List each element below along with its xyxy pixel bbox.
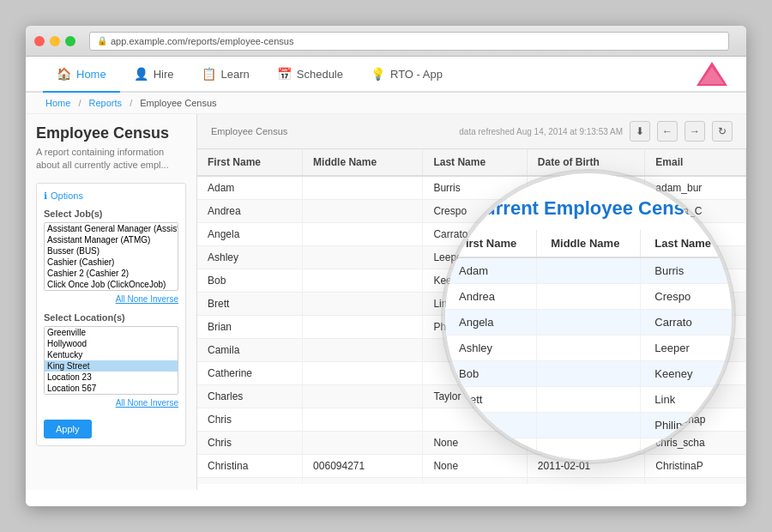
forward-button[interactable]: → — [685, 121, 705, 142]
col-first-name: First Name — [197, 149, 303, 176]
cell-dob: 2014-05-15 — [527, 316, 644, 339]
breadcrumb-home[interactable]: Home — [45, 98, 70, 108]
cell-dob: 2013-04-03 — [527, 478, 644, 485]
cell-dob: 1993-02-03 — [527, 385, 644, 408]
report-title-area: Employee Census — [211, 126, 287, 136]
cell-first: Catherine — [197, 362, 303, 385]
cell-middle — [303, 293, 423, 316]
apply-button[interactable]: Apply — [44, 420, 92, 438]
schedule-icon: 📅 — [277, 67, 292, 81]
breadcrumb-sep1: / — [78, 98, 83, 108]
cell-first: Clay — [197, 478, 303, 485]
cell-email: BobKeene — [645, 269, 746, 293]
close-btn[interactable] — [34, 36, 45, 46]
lock-icon: 🔒 — [97, 36, 107, 45]
cell-dob — [527, 269, 644, 293]
locations-select[interactable]: Greenville Hollywood Kentucky King Stree… — [44, 326, 178, 395]
cell-middle — [303, 432, 423, 455]
page-title: Employee Census — [36, 124, 186, 142]
cell-middle — [303, 316, 423, 339]
table-row[interactable]: Camila 13-08-01 brian_tay — [197, 339, 746, 362]
cell-dob: 2014-05-15 — [527, 408, 644, 432]
breadcrumb-reports[interactable]: Reports — [89, 98, 123, 108]
options-header: ℹ Options — [44, 190, 178, 202]
back-button[interactable]: ← — [657, 121, 678, 142]
table-header-row: First Name Middle Name Last Name Date of… — [197, 149, 746, 176]
cell-email: Andrea_C — [645, 200, 746, 223]
cell-email: brian_tay — [645, 339, 746, 362]
address-text: app.example.com/reports/employee-census — [111, 36, 293, 46]
cell-last: Philips — [423, 316, 527, 339]
nav-learn-label: Learn — [221, 68, 250, 81]
table-row[interactable]: Clay Williams 123456789 2013-04-03 clay_… — [197, 478, 746, 485]
cell-first: Christina — [197, 455, 303, 478]
app-content: 🏠 Home 👤 Hire 📋 Learn 📅 Schedule 💡 RTO -… — [26, 57, 746, 506]
cell-first: Brian — [197, 316, 303, 339]
cell-email: bphilips@r — [645, 316, 746, 339]
table-row[interactable]: Andrea Crespo Andrea_C — [197, 200, 746, 223]
cell-first: Andrea — [197, 200, 303, 223]
cell-last — [423, 339, 527, 362]
export-button[interactable]: ⬇ — [630, 121, 650, 142]
learn-icon: 📋 — [202, 67, 216, 81]
sidebar: Employee Census A report containing info… — [26, 114, 197, 490]
employee-table: First Name Middle Name Last Name Date of… — [197, 149, 746, 484]
table-row[interactable]: Brett Link 34-03 brett_link — [197, 293, 746, 316]
minimize-btn[interactable] — [50, 36, 60, 46]
jobs-filter-link[interactable]: All None Inverse — [44, 294, 178, 304]
cell-first: Angela — [197, 223, 303, 246]
nav-home[interactable]: 🏠 Home — [43, 57, 120, 93]
nav-logo — [695, 60, 729, 90]
cell-dob — [527, 176, 644, 200]
home-icon: 🏠 — [57, 67, 71, 81]
report-subtitle: Employee Census — [211, 126, 287, 136]
browser-window: 🔒 app.example.com/reports/employee-censu… — [26, 26, 746, 506]
cell-first: Adam — [197, 176, 303, 200]
maximize-btn[interactable] — [65, 36, 75, 46]
breadcrumb-sep2: / — [130, 98, 135, 108]
cell-email: ashley_lee — [645, 246, 746, 269]
refresh-button[interactable]: ↻ — [712, 121, 733, 142]
table-row[interactable]: Charles Taylor 1993-02-03 charles_ch — [197, 385, 746, 408]
cell-middle — [303, 339, 423, 362]
nav-hire[interactable]: 👤 Hire — [120, 57, 188, 93]
col-dob: Date of Birth — [527, 149, 644, 176]
nav-rto[interactable]: 💡 RTO - App — [357, 57, 456, 93]
nav-learn[interactable]: 📋 Learn — [188, 57, 263, 93]
cell-last: Taylor — [423, 385, 527, 408]
report-header: Employee Census data refreshed Aug 14, 2… — [197, 114, 746, 149]
cell-last — [423, 362, 527, 385]
nav-home-label: Home — [76, 68, 106, 81]
table-row[interactable]: Ashley Leeper ashley_lee — [197, 246, 746, 269]
locations-filter-link[interactable]: All None Inverse — [44, 398, 178, 408]
table-row[interactable]: Chris 2014-05-15 chris_chap — [197, 408, 746, 432]
cell-first: Ashley — [197, 246, 303, 269]
cell-last: Leeper — [423, 246, 527, 269]
top-nav: 🏠 Home 👤 Hire 📋 Learn 📅 Schedule 💡 RTO -… — [26, 57, 746, 93]
nav-schedule[interactable]: 📅 Schedule — [263, 57, 357, 93]
jobs-select[interactable]: Assistant General Manager (Assistant Man… — [44, 222, 178, 291]
jobs-filter-label: Select Job(s) — [44, 209, 178, 219]
table-row[interactable]: Catherine 2013-08-18 catherine_ — [197, 362, 746, 385]
cell-dob: 13-08-01 — [527, 339, 644, 362]
info-icon: ℹ — [44, 190, 47, 202]
table-row[interactable]: Adam Burris adam_bur — [197, 176, 746, 200]
cell-first: Brett — [197, 293, 303, 316]
table-row[interactable]: Brian Philips 2014-05-15 bphilips@r — [197, 316, 746, 339]
options-label: Options — [51, 190, 83, 201]
cell-middle — [303, 176, 423, 200]
cell-middle: 006094271 — [303, 455, 423, 478]
table-row[interactable]: Chris None 2013-12-09 chris_scha — [197, 432, 746, 455]
table-row[interactable]: Christina 006094271 None 2011-02-01 Chri… — [197, 455, 746, 478]
table-row[interactable]: Bob Keeney BobKeene — [197, 269, 746, 293]
cell-middle — [303, 408, 423, 432]
locations-filter-label: Select Location(s) — [44, 312, 178, 323]
cell-dob: 2013-12-09 — [527, 432, 644, 455]
cell-dob — [527, 200, 644, 223]
col-last-name: Last Name — [423, 149, 527, 176]
cell-last: Link — [423, 293, 527, 316]
table-row[interactable]: Angela Carrato Angela_C — [197, 223, 746, 246]
cell-last: Burris — [423, 176, 527, 200]
address-bar[interactable]: 🔒 app.example.com/reports/employee-censu… — [89, 32, 729, 51]
cell-email: charles_ch — [645, 385, 746, 408]
